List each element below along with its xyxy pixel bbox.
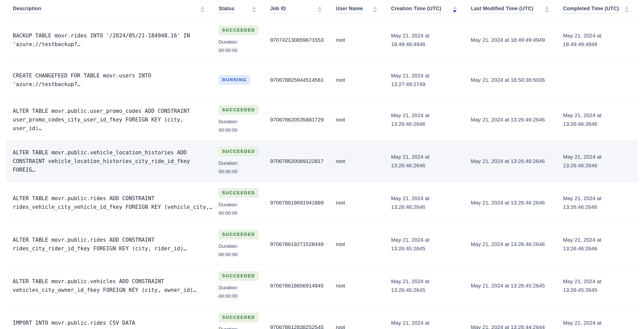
job-description-link[interactable]: ALTER TABLE movr.public.vehicles ADD CON…: [13, 277, 212, 294]
job-id-cell: 970678620089122817: [270, 152, 336, 170]
last-modified-time-cell: May 21, 2024 at 13:26:46:2646: [471, 234, 563, 255]
column-header-status[interactable]: Status: [219, 6, 270, 13]
sort-arrows-icon[interactable]: [545, 6, 549, 13]
creation-time-cell: May 21, 2024 at 13:26:45:2645: [391, 229, 471, 259]
column-header-creation-time[interactable]: Creation Time (UTC): [391, 6, 471, 13]
job-description-link[interactable]: ALTER TABLE movr.public.vehicle_location…: [13, 148, 212, 174]
creation-time: May 21, 2024 at 13:26:46:2646: [391, 111, 450, 128]
user-name-cell: root: [336, 277, 391, 295]
column-header-label: Description: [13, 6, 41, 13]
jobs-page: Description Status Job ID User Name Crea…: [0, 0, 644, 329]
last-modified-time-cell: May 21, 2024 at 13:26:46:2646: [471, 109, 563, 130]
completed-time-cell: May 21, 2024 at 13:26:46:2646: [563, 146, 638, 176]
status-badge: RUNNING: [219, 75, 250, 85]
sort-arrows-icon[interactable]: [453, 6, 457, 13]
column-header-description[interactable]: Description: [6, 6, 219, 13]
duration-value: 00:00:00: [219, 46, 264, 54]
user-name-cell: root: [336, 235, 391, 253]
sort-arrows-icon[interactable]: [318, 6, 322, 13]
job-status-cell: SUCCEEDED Duration: 00:00:00: [219, 141, 270, 182]
job-description-link[interactable]: BACKUP TABLE movr.rides INTO '/2024/05/2…: [13, 31, 212, 49]
last-modified-time: May 21, 2024 at 13:26:46:2646: [471, 115, 557, 124]
last-modified-time-cell: May 21, 2024 at 18:50:36:5036: [471, 70, 563, 90]
duration-label: Duration:: [219, 38, 264, 46]
user-name: root: [336, 283, 345, 289]
completed-time: May 21, 2024 at 13:26:46:2646: [563, 153, 622, 170]
job-id-cell: 970678619691941889: [270, 194, 336, 212]
job-id: 970678619691941889: [270, 200, 324, 205]
job-id-cell: 970742130859671553: [270, 31, 336, 49]
job-description-link[interactable]: CREATE CHANGEFEED FOR TABLE movr.users I…: [13, 71, 212, 89]
last-modified-time: May 21, 2024 at 18:50:36:5036: [471, 76, 557, 84]
completed-time: May 21, 2024 at 13:26:46:2646: [563, 236, 622, 253]
user-name-cell: root: [336, 111, 391, 129]
column-header-last-modified-time[interactable]: Last Modified Time (UTC): [471, 6, 563, 13]
creation-time: May 21, 2024 at 13:26:45:2645: [391, 277, 450, 294]
job-id: 970678825944514561: [270, 77, 324, 83]
table-row: IMPORT INTO movr.public.rides CSV DATA (…: [6, 307, 638, 329]
job-description-cell[interactable]: ALTER TABLE movr.public.rides ADD CONSTR…: [6, 188, 219, 217]
column-header-label: Creation Time (UTC): [391, 6, 441, 13]
creation-time: May 21, 2024 at 13:27:49:2749: [391, 71, 450, 89]
duration-value: 00:00:00: [219, 126, 264, 134]
job-description-cell[interactable]: ALTER TABLE movr.public.vehicle_location…: [6, 142, 219, 180]
last-modified-time: May 21, 2024 at 13:26:44:2644: [471, 323, 557, 329]
column-header-job-id[interactable]: Job ID: [270, 6, 336, 13]
job-id: 970678612838252545: [270, 324, 324, 329]
user-name: root: [336, 158, 345, 164]
completed-time-cell: [563, 74, 638, 86]
completed-time: May 21, 2024 at 13:26:45:2645: [563, 277, 622, 294]
job-description-cell[interactable]: ALTER TABLE movr.public.rides ADD CONSTR…: [6, 229, 219, 259]
jobs-table: Description Status Job ID User Name Crea…: [6, 0, 638, 329]
status-badge: SUCCEEDED: [219, 105, 259, 115]
creation-time-cell: May 21, 2024 at 18:49:48:4948: [391, 25, 471, 55]
job-status-cell: SUCCEEDED Duration: 00:00:00: [219, 99, 270, 140]
creation-time-cell: May 21, 2024 at 13:27:49:2749: [391, 65, 471, 95]
job-description-cell[interactable]: IMPORT INTO movr.public.rides CSV DATA (…: [6, 312, 219, 329]
column-header-completed-time[interactable]: Completed Time (UTC): [563, 6, 638, 13]
status-badge: SUCCEEDED: [219, 313, 259, 322]
job-description-cell[interactable]: ALTER TABLE movr.public.vehicles ADD CON…: [6, 271, 219, 300]
column-header-label: Last Modified Time (UTC): [471, 6, 533, 13]
job-id: 970678620535881729: [270, 117, 324, 122]
job-description-link[interactable]: IMPORT INTO movr.public.rides CSV DATA (…: [13, 319, 212, 329]
completed-time-cell: May 21, 2024 at 13:26:44:2644: [563, 312, 638, 329]
last-modified-time: May 21, 2024 at 13:26:45:2645: [471, 281, 557, 290]
job-description-cell[interactable]: CREATE CHANGEFEED FOR TABLE movr.users I…: [6, 65, 219, 95]
sort-arrows-icon[interactable]: [200, 6, 205, 13]
jobs-table-header: Description Status Job ID User Name Crea…: [6, 0, 638, 19]
completed-time: May 21, 2024 at 18:49:49:4949: [563, 31, 622, 49]
sort-arrows-icon[interactable]: [373, 6, 377, 13]
table-row: ALTER TABLE movr.public.user_promo_codes…: [6, 99, 638, 141]
job-description-link[interactable]: ALTER TABLE movr.public.rides ADD CONSTR…: [13, 236, 212, 253]
table-row: ALTER TABLE movr.public.vehicles ADD CON…: [6, 265, 638, 307]
creation-time-cell: May 21, 2024 at 13:26:46:2646: [391, 105, 471, 134]
duration-value: 00:00:00: [219, 250, 264, 259]
user-name-cell: root: [336, 152, 391, 170]
job-description-link[interactable]: ALTER TABLE movr.public.user_promo_codes…: [13, 107, 212, 133]
job-description-link[interactable]: ALTER TABLE movr.public.rides ADD CONSTR…: [13, 194, 212, 211]
jobs-table-body: BACKUP TABLE movr.rides INTO '/2024/05/2…: [6, 19, 638, 329]
last-modified-time-cell: May 21, 2024 at 18:49:49:4949: [471, 30, 563, 50]
job-id-cell: 970678825944514561: [270, 71, 336, 89]
job-status-cell: SUCCEEDED Duration: 00:00:00: [219, 182, 270, 223]
user-name: root: [336, 117, 345, 122]
user-name-cell: root: [336, 318, 391, 329]
sort-arrows-icon[interactable]: [252, 6, 256, 13]
column-header-user-name[interactable]: User Name: [336, 6, 391, 13]
status-badge: SUCCEEDED: [219, 188, 259, 198]
completed-time-cell: May 21, 2024 at 13:26:46:2646: [563, 105, 638, 134]
creation-time: May 21, 2024 at 13:26:45:2645: [391, 236, 450, 253]
column-header-label: User Name: [336, 6, 363, 13]
job-description-cell[interactable]: BACKUP TABLE movr.rides INTO '/2024/05/2…: [6, 25, 219, 55]
job-id-cell: 970678620535881729: [270, 111, 336, 129]
job-id: 970678619271528449: [270, 241, 324, 247]
user-name-cell: root: [336, 194, 391, 212]
completed-time: May 21, 2024 at 13:26:46:2646: [563, 194, 622, 211]
table-row: ALTER TABLE movr.public.vehicle_location…: [6, 141, 638, 182]
duration-label: Duration:: [219, 325, 264, 329]
job-description-cell[interactable]: ALTER TABLE movr.public.user_promo_codes…: [6, 101, 219, 139]
sort-arrows-icon[interactable]: [625, 6, 629, 13]
duration-label: Duration:: [219, 200, 264, 209]
last-modified-time-cell: May 21, 2024 at 13:26:46:2646: [471, 151, 563, 172]
